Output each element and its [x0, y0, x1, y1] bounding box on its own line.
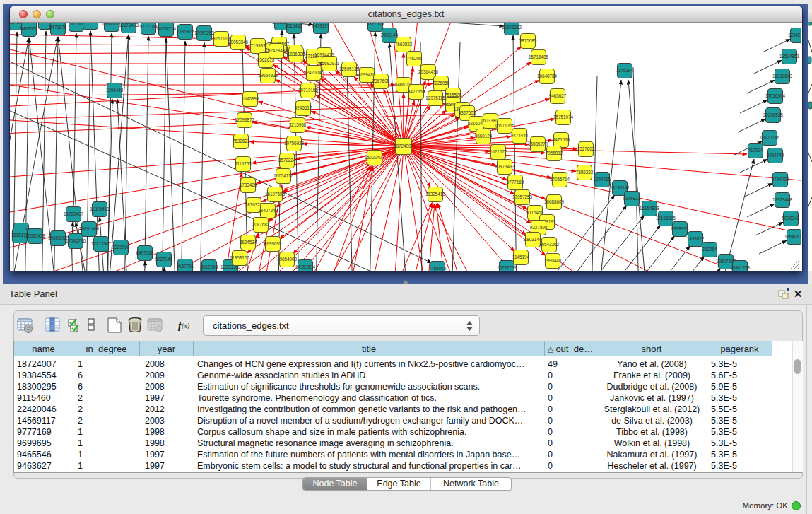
svg-text:2226058: 2226058	[433, 81, 450, 86]
svg-text:16961758: 16961758	[730, 265, 751, 270]
svg-text:17957253: 17957253	[194, 30, 215, 35]
svg-text:9115460: 9115460	[526, 210, 544, 215]
svg-text:9245612: 9245612	[295, 105, 312, 110]
svg-text:5878342: 5878342	[782, 216, 800, 221]
svg-text:14055714: 14055714	[156, 26, 177, 31]
svg-text:18120746: 18120746	[760, 135, 780, 140]
svg-text:16154808: 16154808	[640, 206, 660, 211]
svg-text:9657791: 9657791	[177, 264, 194, 269]
svg-text:3215958: 3215958	[289, 122, 307, 127]
svg-text:1990448: 1990448	[106, 88, 124, 93]
svg-text:1116753: 1116753	[235, 161, 252, 166]
svg-text:1527602: 1527602	[577, 146, 595, 151]
svg-text:9463627: 9463627	[20, 26, 38, 31]
svg-text:9699695: 9699695	[264, 241, 282, 246]
svg-text:15720407: 15720407	[64, 211, 84, 216]
svg-text:16671355: 16671355	[495, 123, 515, 128]
svg-text:12093872: 12093872	[235, 117, 255, 122]
svg-text:10756928: 10756928	[284, 141, 305, 146]
svg-text:16543362: 16543362	[539, 242, 560, 247]
svg-text:12942757: 12942757	[788, 33, 801, 37]
svg-text:15716485: 15716485	[529, 54, 549, 59]
svg-text:22420046: 22420046	[304, 70, 324, 75]
svg-text:1733426: 1733426	[240, 182, 257, 187]
svg-text:7955812: 7955812	[546, 151, 563, 156]
svg-text:14353594: 14353594	[295, 264, 316, 269]
svg-text:1990448: 1990448	[544, 258, 562, 263]
svg-text:17016504: 17016504	[765, 93, 786, 98]
svg-text:1145194: 1145194	[512, 255, 530, 259]
svg-text:16107553: 16107553	[265, 192, 286, 197]
svg-text:9115460: 9115460	[286, 23, 303, 28]
svg-text:3267110: 3267110	[213, 36, 230, 41]
svg-text:15885270: 15885270	[528, 141, 548, 146]
svg-text:15692971: 15692971	[319, 61, 340, 66]
svg-text:1244415: 1244415	[594, 177, 611, 182]
svg-text:9327503: 9327503	[459, 110, 476, 115]
svg-text:9474444: 9474444	[511, 133, 529, 138]
svg-text:16782759: 16782759	[497, 265, 517, 270]
svg-text:9146821: 9146821	[623, 196, 641, 201]
svg-text:3624534: 3624534	[240, 240, 257, 245]
svg-text:8471676: 8471676	[49, 25, 67, 30]
svg-text:8471676: 8471676	[553, 137, 570, 142]
svg-text:11958107: 11958107	[230, 255, 249, 260]
svg-text:2367608: 2367608	[372, 78, 390, 83]
svg-text:1621072: 1621072	[490, 149, 507, 154]
svg-text:11325419: 11325419	[425, 192, 445, 197]
svg-text:18407249: 18407249	[258, 208, 278, 213]
svg-text:10688609: 10688609	[544, 199, 565, 204]
svg-text:17046786: 17046786	[66, 238, 86, 243]
svg-text:9227342: 9227342	[155, 257, 173, 262]
svg-text:1836328: 1836328	[288, 52, 305, 57]
svg-text:2803144: 2803144	[381, 33, 399, 37]
svg-text:14055714: 14055714	[550, 177, 570, 182]
svg-text:8454749: 8454749	[767, 153, 784, 158]
svg-text:6479197: 6479197	[312, 23, 330, 28]
svg-text:10719155: 10719155	[298, 88, 319, 93]
svg-text:12505135: 12505135	[339, 66, 360, 71]
svg-text:8660124: 8660124	[475, 134, 493, 139]
svg-text:10654112: 10654112	[273, 173, 293, 178]
svg-text:15720407: 15720407	[365, 155, 385, 160]
svg-text:19166825: 19166825	[656, 216, 676, 221]
svg-text:7485063: 7485063	[429, 266, 447, 271]
svg-text:20691406: 20691406	[79, 226, 100, 231]
svg-text:10973493: 10973493	[495, 164, 515, 169]
svg-text:20364436: 20364436	[418, 69, 439, 74]
svg-text:12975115: 12975115	[425, 95, 445, 100]
svg-text:20053346: 20053346	[228, 40, 249, 45]
svg-text:16543362: 16543362	[502, 25, 522, 30]
svg-text:417004: 417004	[748, 148, 763, 153]
svg-text:10025438: 10025438	[25, 233, 46, 238]
svg-text:7386322: 7386322	[576, 170, 594, 175]
svg-text:9327508: 9327508	[367, 23, 384, 26]
svg-text:7663822: 7663822	[395, 42, 413, 47]
svg-text:2803144: 2803144	[524, 237, 542, 242]
svg-text:12213967: 12213967	[91, 241, 112, 246]
svg-text:9777169: 9777169	[140, 24, 158, 29]
svg-text:252254: 252254	[702, 247, 717, 252]
svg-text:13524851: 13524851	[779, 54, 800, 59]
svg-text:2087682: 2087682	[252, 222, 270, 227]
svg-text:17957253: 17957253	[512, 194, 533, 199]
svg-text:19654908: 19654908	[277, 257, 298, 262]
svg-text:6794024: 6794024	[772, 177, 789, 182]
svg-text:9329966: 9329966	[112, 245, 130, 250]
svg-text:14136141: 14136141	[610, 185, 630, 190]
svg-text:16648784: 16648784	[537, 74, 558, 78]
svg-text:3572224: 3572224	[278, 158, 296, 163]
svg-text:(x): (x)	[182, 322, 190, 330]
svg-text:7632621: 7632621	[233, 139, 250, 144]
svg-text:8938923: 8938923	[671, 226, 689, 231]
svg-text:19654923: 19654923	[258, 73, 278, 78]
svg-text:3875685: 3875685	[519, 38, 537, 43]
svg-text:7386322: 7386322	[177, 29, 194, 34]
svg-text:6497568: 6497568	[136, 250, 154, 255]
svg-text:20206535: 20206535	[763, 112, 784, 117]
svg-text:9777169: 9777169	[507, 180, 524, 185]
svg-text:9327508: 9327508	[530, 225, 548, 230]
svg-text:8427552: 8427552	[408, 89, 425, 94]
svg-text:15751074: 15751074	[553, 115, 574, 119]
svg-text:9242848: 9242848	[268, 48, 286, 53]
